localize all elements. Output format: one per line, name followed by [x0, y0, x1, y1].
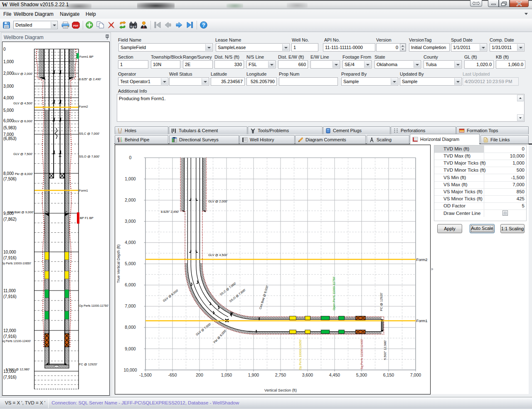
- svg-text:8,000: 8,000: [125, 325, 135, 330]
- svg-text:GLV @ 7,500': GLV @ 7,500': [13, 152, 33, 156]
- svg-text:1,900: 1,900: [248, 372, 259, 377]
- svg-text:1,000: 1,000: [3, 59, 14, 64]
- svg-text:10,000: 10,000: [3, 250, 16, 254]
- svg-text:4,450: 4,450: [329, 372, 340, 377]
- svg-text:Sq Perfs 12100-12400': Sq Perfs 12100-12400': [360, 339, 364, 370]
- svg-text:Form1: Form1: [79, 189, 88, 192]
- svg-text:Cmt Bskt @ 9,000': Cmt Bskt @ 9,000': [8, 210, 34, 214]
- svg-text:Op Perfs 11000-11750': Op Perfs 11000-11750': [79, 304, 108, 308]
- svg-text:-650: -650: [168, 372, 177, 377]
- svg-text:7,000: 7,000: [410, 372, 421, 377]
- svg-text:5,300: 5,300: [356, 372, 367, 377]
- svg-text:GLV @ 6,000': GLV @ 6,000': [13, 119, 33, 123]
- svg-text:GLV @ 2,000': GLV @ 2,000': [208, 200, 228, 203]
- svg-text:GLV @ 7,500': GLV @ 7,500': [195, 322, 212, 336]
- svg-text:2,000: 2,000: [125, 197, 135, 202]
- svg-text:GLV @ 4,500': GLV @ 4,500': [13, 101, 33, 105]
- svg-text:-1,500: -1,500: [139, 372, 152, 377]
- svg-text:200: 200: [196, 372, 203, 377]
- svg-text:FC @ 12920': FC @ 12920': [379, 292, 383, 311]
- svg-text:5.500" 12,980': 5.500" 12,980': [383, 340, 387, 360]
- svg-text:6,150: 6,150: [383, 372, 394, 377]
- svg-text:3,000: 3,000: [125, 219, 135, 224]
- svg-text:True Vertical Depth (ft): True Vertical Depth (ft): [116, 244, 121, 283]
- svg-text:8.625" 2,490': 8.625" 2,490': [161, 210, 179, 214]
- svg-text:Form2: Form2: [416, 258, 428, 262]
- svg-text:11,000: 11,000: [3, 288, 16, 293]
- svg-text:GLV @ 6,000': GLV @ 6,000': [162, 288, 179, 303]
- svg-text:Op Perfs 10000-10650': Op Perfs 10000-10650': [298, 339, 302, 370]
- svg-text:0: 0: [3, 47, 6, 52]
- svg-text:SS,O @ 7,600': SS,O @ 7,600': [79, 155, 100, 158]
- svg-text:6,000: 6,000: [3, 118, 14, 123]
- svg-text:GLV @ 2,000': GLV @ 2,000': [13, 72, 33, 76]
- svg-text:8.625" @ 2,490': 8.625" @ 2,490': [79, 77, 101, 81]
- svg-text:Vertical Section (ft): Vertical Section (ft): [264, 388, 297, 392]
- svg-text:(7,916): (7,916): [3, 256, 17, 260]
- svg-text:Open Perfs 11000-11750': Open Perfs 11000-11750': [332, 276, 336, 310]
- svg-text:10,000: 10,000: [123, 367, 137, 372]
- svg-text:PDF: PDF: [73, 24, 79, 27]
- svg-text:Form1: Form1: [416, 319, 428, 323]
- svg-text:(7,506): (7,506): [3, 177, 17, 181]
- svg-text:Pkr @ 8,000': Pkr @ 8,000': [213, 329, 227, 344]
- svg-text:5,000: 5,000: [125, 261, 135, 266]
- svg-text:6,000: 6,000: [125, 282, 135, 287]
- svg-text:5,000: 5,000: [3, 108, 14, 113]
- svg-text:4,000: 4,000: [3, 96, 14, 100]
- svg-text:Cmt Bskt @ 9,000': Cmt Bskt @ 9,000': [259, 285, 269, 310]
- svg-text:Pkr @ 8,000': Pkr @ 8,000': [15, 172, 33, 176]
- svg-text:(7,916): (7,916): [3, 294, 17, 299]
- svg-text:(7,916): (7,916): [3, 334, 17, 339]
- svg-text:(5,983): (5,983): [3, 126, 17, 130]
- svg-text:2,000: 2,000: [3, 71, 14, 76]
- svg-text:SS,C @ 7,000': SS,C @ 7,000': [219, 281, 237, 297]
- svg-text:8,000: 8,000: [3, 171, 14, 176]
- svg-text:7,000: 7,000: [125, 303, 135, 308]
- svg-text:BP F1 BP: BP F1 BP: [80, 216, 94, 220]
- svg-text:3,600: 3,600: [302, 372, 313, 377]
- svg-text:(6,853): (6,853): [3, 136, 17, 141]
- svg-text:1,000: 1,000: [125, 176, 135, 181]
- svg-text:?: ?: [202, 22, 205, 28]
- svg-text:5,500" @ 12,980': 5,500" @ 12,980': [6, 367, 30, 371]
- svg-text:Sq Perfs 12100-12400': Sq Perfs 12100-12400': [2, 340, 31, 343]
- svg-text:(7,916): (7,916): [3, 375, 17, 379]
- svg-text:Op Perfs 10000-10650': Op Perfs 10000-10650': [2, 262, 31, 265]
- svg-text:9,000: 9,000: [125, 346, 135, 351]
- svg-text:SS,O @ 7,600': SS,O @ 7,600': [229, 288, 247, 303]
- svg-text:12,000: 12,000: [3, 328, 16, 333]
- svg-text:GLV @ 4,500': GLV @ 4,500': [208, 253, 228, 257]
- svg-text:(7,862): (7,862): [3, 217, 17, 222]
- svg-text:3,000: 3,000: [3, 84, 14, 89]
- svg-text:2,750: 2,750: [275, 372, 286, 377]
- svg-text:0: 0: [129, 155, 132, 160]
- svg-text:Form2: Form2: [79, 105, 88, 108]
- svg-text:1,050: 1,050: [221, 372, 232, 377]
- svg-text:Form1 BP: Form1 BP: [79, 55, 94, 59]
- svg-text:SS,C @ 7,000': SS,C @ 7,000': [79, 132, 100, 136]
- svg-text:4,000: 4,000: [125, 240, 135, 245]
- svg-text:FC @ 12920': FC @ 12920': [79, 362, 98, 366]
